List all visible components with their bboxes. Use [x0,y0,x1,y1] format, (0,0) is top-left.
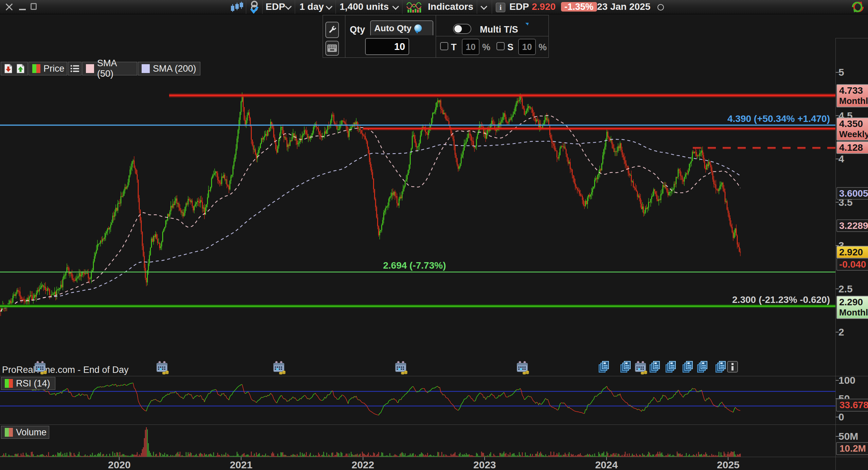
price-legend-label: Price [43,64,65,74]
maximize-icon[interactable] [31,3,37,10]
order-settings-button[interactable] [325,22,339,38]
event-news-icon [619,361,632,374]
resistance-annotation: 4.390 (+50.34% +1.470) [727,113,830,124]
sma50-swatch [86,64,94,73]
event-marker-news[interactable] [649,361,662,375]
event-marker-calendar[interactable] [34,361,47,375]
stop-pct-unit: % [539,42,547,53]
title-bar: EDP 1 day 1,400 units Indicators i EDP 2… [0,0,868,14]
event-marker-info[interactable] [727,361,740,375]
price-axis-border[interactable] [835,38,836,470]
price-tick-label: 2.5 [838,284,853,294]
stop-pct-input[interactable]: 10 [518,39,536,55]
price-axis-badge: 4.128 [836,141,868,154]
timeframe-dropdown[interactable]: 1 day [300,2,324,12]
support-low-annotation: 2.300 (-21.23% -0.620) [732,294,830,305]
event-marker-calendar[interactable] [634,361,648,375]
sma50-legend[interactable]: SMA (50) [82,62,137,75]
target-label: T [451,42,457,53]
event-calendar-icon [156,361,169,375]
price-axis-badge: 4.733Monthly [836,84,868,107]
keyboard-order-button[interactable] [325,41,339,56]
target-pct-unit: % [482,42,490,53]
sma50-legend-label: SMA (50) [97,58,133,79]
candlestick-tool-icon[interactable] [230,1,245,13]
event-calendar-icon [394,361,408,375]
price-axis-badge: 2.290Monthly [836,296,868,319]
axis-top-border [835,38,868,38]
volume-legend-label: Volume [16,427,47,438]
indicators-dropdown[interactable]: Indicators [428,2,473,12]
price-legend[interactable]: Price [29,62,67,75]
chevron-down-icon [326,3,332,10]
refresh-icon[interactable] [851,1,865,13]
qty-input[interactable]: 10 [365,38,409,55]
chart-options-button[interactable] [68,62,82,75]
event-calendar-icon [272,361,286,375]
price-axis-badge: 3.2289 [836,219,868,232]
export-buttons-group [1,62,28,75]
support-mid-annotation: 2.694 (-7.73%) [383,260,446,271]
rsi-tick-label: 100 [838,375,855,386]
close-icon[interactable] [5,3,13,11]
sma200-swatch [142,64,150,73]
units-dropdown[interactable]: 1,400 units [340,2,389,12]
quote-symbol: EDP [509,2,529,12]
event-marker-calendar[interactable] [394,361,408,375]
info-icon[interactable]: i [496,3,505,12]
event-news-icon [598,361,611,374]
event-marker-calendar[interactable] [272,361,286,375]
link-check-icon[interactable] [248,1,261,14]
rsi-legend-label: RSI (14) [16,378,50,389]
sma200-legend[interactable]: SMA (200) [138,62,200,75]
target-pct-input[interactable]: 10 [462,39,480,55]
event-marker-news[interactable] [696,361,710,375]
volume-swatch [5,428,13,437]
event-marker-calendar[interactable] [156,361,169,375]
volume-tick-label: 50M [838,431,858,442]
volume-legend[interactable]: Volume [1,426,49,439]
multi-ts-toggle[interactable] [453,24,471,34]
help-bubble-icon[interactable] [414,24,422,32]
event-calendar-icon [634,361,648,375]
chevron-down-icon[interactable] [481,3,487,10]
rsi-last-value-badge: 33.678 [836,399,868,412]
price-axis-badge: 4.350Weekly [836,118,868,141]
indicators-preview-icon[interactable] [406,1,424,13]
auto-qty-tab[interactable]: Auto Qty [370,20,433,35]
year-label: 2020 [108,459,131,470]
status-circle-icon[interactable] [657,4,664,11]
instrument-dropdown[interactable]: EDP [266,2,285,12]
minimize-icon[interactable] [19,9,26,10]
stop-checkbox[interactable] [496,42,505,50]
multi-ts-label: Multi T/S [480,24,518,35]
event-marker-calendar[interactable] [516,361,529,375]
event-news-icon [665,361,677,374]
event-marker-news[interactable] [682,361,695,375]
list-icon [70,65,79,73]
pane-divider[interactable] [0,424,868,425]
platform-watermark: ProRealTime.com - End of Day [2,365,129,375]
quote-change-badge: -1.35% [561,2,597,12]
rsi-swatch [5,379,13,388]
auto-qty-label: Auto Qty [374,23,412,34]
event-marker-news[interactable] [598,361,611,375]
rsi-legend[interactable]: RSI (14) [1,377,55,390]
event-news-icon [682,361,694,374]
chevron-down-icon [285,3,292,10]
stop-label: S [507,42,513,53]
event-marker-news[interactable] [715,361,728,375]
price-swatch [32,64,40,73]
export-down-icon[interactable] [3,63,13,74]
event-calendar-icon [516,361,529,375]
price-axis-badge: 2.920 [836,246,868,258]
price-tick-label: 4 [838,153,844,164]
pane-divider[interactable] [0,376,868,376]
export-up-icon[interactable] [15,63,25,74]
event-marker-news[interactable] [665,361,678,375]
trading-window: EDP 1 day 1,400 units Indicators i EDP 2… [0,0,868,470]
target-checkbox[interactable] [440,42,448,50]
year-label: 2024 [595,459,618,470]
event-info-icon [727,361,738,373]
event-marker-news[interactable] [619,361,633,375]
